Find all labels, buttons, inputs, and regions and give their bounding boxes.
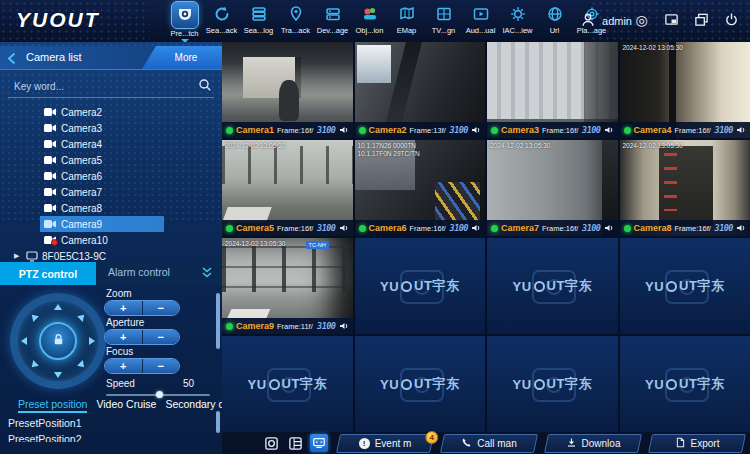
expander-arrow-icon[interactable]: ▶ xyxy=(14,252,22,260)
search-icon[interactable] xyxy=(198,78,212,96)
camera-status-bar: Camera5 Frame:16f/ 3100 xyxy=(222,220,353,236)
ptz-arrow-down[interactable] xyxy=(54,372,62,378)
sidebar-item-camera2[interactable]: Camera2 xyxy=(0,104,222,120)
audio-icon[interactable] xyxy=(339,321,349,331)
nav-item-audio-visual[interactable]: Aud...ual xyxy=(462,1,499,41)
nav-label: Dev...age xyxy=(317,26,349,35)
empty-video-cell[interactable]: YU UT宇东 xyxy=(487,336,618,432)
nav-item-preview[interactable]: Pre...tch xyxy=(166,1,203,41)
nav-item-search-log[interactable]: Sea...log xyxy=(240,1,277,41)
audio-icon[interactable] xyxy=(471,223,481,233)
nav-item-track[interactable]: Tra...ack xyxy=(277,1,314,41)
ptz-arrow-left[interactable] xyxy=(21,337,27,345)
tab-secondary-dev[interactable]: Secondary dev xyxy=(165,398,222,413)
aperture-minus-button[interactable]: − xyxy=(143,330,180,344)
audio-icon[interactable] xyxy=(604,223,614,233)
nav-item-tv-wall[interactable]: TV...gn xyxy=(425,1,462,41)
fullscreen-icon[interactable] xyxy=(262,434,280,452)
lens-icon xyxy=(666,281,677,292)
more-button[interactable]: More xyxy=(142,46,222,69)
ptz-arrow-right[interactable] xyxy=(89,337,95,345)
preset-item-1[interactable]: PresetPosition1 xyxy=(8,415,198,431)
sidebar-item-camera9-selected[interactable]: Camera9 xyxy=(40,216,164,232)
empty-video-cell[interactable]: YU UT宇东 xyxy=(487,238,618,334)
preset-scrollbar[interactable] xyxy=(216,411,220,433)
event-message-button[interactable]: ! Event m 4 xyxy=(336,434,434,453)
frame-rate: Frame:16f/ xyxy=(542,126,578,135)
camera-alert-icon xyxy=(44,235,56,245)
focus-plus-button[interactable]: + xyxy=(105,359,143,373)
tab-video-cruise[interactable]: Video Cruise xyxy=(96,398,156,413)
aperture-plus-button[interactable]: + xyxy=(105,330,143,344)
pip-window-icon[interactable] xyxy=(663,11,680,28)
nav-item-url[interactable]: Url xyxy=(536,1,573,41)
video-cell-camera5[interactable]: 2024-12-02 13:05:30 Camera5 Frame:16f/ 3… xyxy=(222,140,353,236)
download-icon xyxy=(566,437,577,450)
nav-item-device-manage[interactable]: Dev...age xyxy=(314,1,351,41)
download-button[interactable]: Downloa xyxy=(544,434,642,453)
sidebar-item-camera6[interactable]: Camera6 xyxy=(0,168,222,184)
export-button[interactable]: Export xyxy=(648,434,746,453)
settings-dial-icon[interactable]: ◎ xyxy=(633,11,650,28)
zoom-minus-button[interactable]: − xyxy=(143,301,180,315)
empty-video-cell[interactable]: YU UT宇东 xyxy=(355,238,486,334)
layout-picker-icon[interactable] xyxy=(286,434,304,452)
camera-status-bar: Camera3 Frame:16f/ 3100 xyxy=(487,122,618,138)
slider-thumb[interactable] xyxy=(156,391,163,398)
sidebar-item-camera10[interactable]: Camera10 xyxy=(0,232,222,248)
audio-icon[interactable] xyxy=(736,125,746,135)
watermark-text: UT宇东 xyxy=(679,375,724,393)
preset-item-2[interactable]: PresetPosition2 xyxy=(8,431,198,442)
call-manage-button[interactable]: Call man xyxy=(440,434,538,453)
cascade-windows-icon[interactable] xyxy=(693,11,710,28)
zoom-plus-button[interactable]: + xyxy=(105,301,143,315)
search-input[interactable] xyxy=(12,77,186,96)
ptz-arrow-down-right[interactable] xyxy=(77,360,87,370)
ptz-arrow-up[interactable] xyxy=(54,304,62,310)
collapse-chevrons-icon[interactable] xyxy=(200,265,214,283)
audio-icon[interactable] xyxy=(471,125,481,135)
focus-stepper: + − xyxy=(104,358,180,374)
audio-icon[interactable] xyxy=(339,125,349,135)
nav-label: Obj...ion xyxy=(356,26,384,35)
empty-video-cell[interactable]: YU UT宇东 xyxy=(222,336,353,432)
empty-video-cell[interactable]: YU UT宇东 xyxy=(620,238,750,334)
nav-item-search-playback[interactable]: Sea...ack xyxy=(203,1,240,41)
nav-item-emap[interactable]: EMap xyxy=(388,1,425,41)
video-cell-camera4[interactable]: 2024-12-02 13:05:30 Camera4 Frame:16f/ 3… xyxy=(620,42,750,138)
ptz-joystick[interactable] xyxy=(10,293,106,389)
focus-minus-button[interactable]: − xyxy=(143,359,180,373)
ptz-lock-button[interactable] xyxy=(39,322,77,360)
video-cell-camera6[interactable]: 10.1.17N26 0000TN 10.1.17F0N 29TC/TN Cam… xyxy=(355,140,486,236)
video-cell-camera7[interactable]: 2024-12-02 13:05:30 Camera7 Frame:16f/ 3… xyxy=(487,140,618,236)
user-menu[interactable]: admin xyxy=(580,12,632,30)
empty-video-cell[interactable]: YU UT宇东 xyxy=(355,336,486,432)
back-chevron-icon[interactable] xyxy=(7,51,16,69)
audio-icon[interactable] xyxy=(339,223,349,233)
sidebar-item-camera7[interactable]: Camera7 xyxy=(0,184,222,200)
empty-video-cell[interactable]: YU UT宇东 xyxy=(620,336,750,432)
watermark-text: YU xyxy=(248,377,267,392)
tab-alarm-control[interactable]: Alarm control xyxy=(108,266,170,278)
power-icon[interactable] xyxy=(723,11,740,28)
video-cell-camera8[interactable]: 2024-12-02 13:05:30 Camera8 Frame:16f/ 3… xyxy=(620,140,750,236)
video-cell-camera3[interactable]: Camera3 Frame:16f/ 3100 xyxy=(487,42,618,138)
sidebar-item-camera3[interactable]: Camera3 xyxy=(0,120,222,136)
nav-item-iac-view[interactable]: IAC...iew xyxy=(499,1,536,41)
tab-ptz-control[interactable]: PTZ control xyxy=(0,262,96,285)
video-cell-camera9-selected[interactable]: 2024-12-02 13:05:30 TC-NH Camera9 Frame:… xyxy=(222,238,353,334)
sidebar-item-camera5[interactable]: Camera5 xyxy=(0,152,222,168)
audio-icon[interactable] xyxy=(736,223,746,233)
video-cell-camera2[interactable]: Camera2 Frame:13f/ 3100 xyxy=(355,42,486,138)
panel-scrollbar[interactable] xyxy=(216,293,220,349)
sidebar-item-camera4[interactable]: Camera4 xyxy=(0,136,222,152)
nav-item-object-detection[interactable]: Obj...ion xyxy=(351,1,388,41)
sidebar-item-camera8[interactable]: Camera8 xyxy=(0,200,222,216)
stream-switch-icon[interactable] xyxy=(310,434,328,452)
ptz-arrow-up-left[interactable] xyxy=(29,312,39,322)
audio-icon[interactable] xyxy=(604,125,614,135)
ptz-arrow-up-right[interactable] xyxy=(77,312,87,322)
ptz-arrow-down-left[interactable] xyxy=(29,360,39,370)
tab-preset-position[interactable]: Preset position xyxy=(18,398,87,413)
video-cell-camera1[interactable]: Camera1 Frame:16f/ 3100 xyxy=(222,42,353,138)
